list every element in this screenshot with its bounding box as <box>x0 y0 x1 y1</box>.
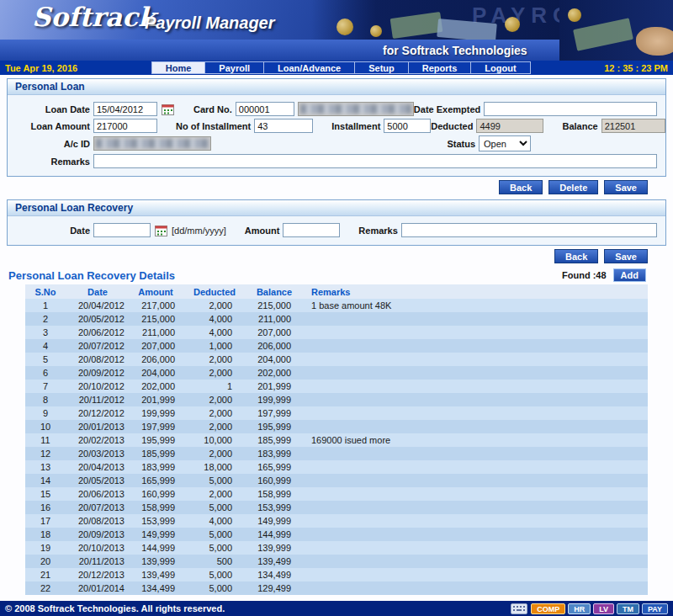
cell-deducted: 1 <box>182 380 247 393</box>
cell-sno: 11 <box>25 433 66 447</box>
no-of-installment-label: No of Installment <box>176 121 251 131</box>
cell-date: 20/05/2012 <box>66 312 130 326</box>
cell-amount: 158,999 <box>130 501 182 514</box>
date-exempted-input[interactable] <box>484 102 657 116</box>
module-hr-button[interactable]: HR <box>568 603 591 614</box>
nav-item-loan-advance[interactable]: Loan/Advance <box>263 61 354 74</box>
module-tm-button[interactable]: TM <box>617 603 639 614</box>
cell-date: 20/11/2012 <box>66 393 130 406</box>
cell-deducted: 500 <box>182 555 247 568</box>
add-button[interactable]: Add <box>613 268 646 282</box>
app-banner: PAYROLL Softrack Payroll Manager for Sof… <box>0 0 673 61</box>
footer: © 2008 Softrack Technologies. All rights… <box>0 601 673 616</box>
column-header-sno: S.No <box>25 284 66 299</box>
recovery-save-button[interactable]: Save <box>604 249 648 263</box>
cell-sno: 18 <box>25 528 66 541</box>
recovery-amount-label: Amount <box>245 226 280 236</box>
cell-sno: 13 <box>25 460 66 474</box>
calendar-icon[interactable] <box>154 223 168 237</box>
cell-balance: 129,499 <box>247 581 301 595</box>
loan-date-label: Loan Date <box>16 104 90 114</box>
cell-remarks: 1 base amount 48K <box>301 299 648 312</box>
cell-amount: 202,000 <box>130 380 182 393</box>
recovery-details-header: Personal Loan Recovery Details Found :48… <box>8 268 665 282</box>
cell-balance: 197,999 <box>247 406 301 420</box>
column-header-remarks: Remarks <box>301 284 648 299</box>
cell-remarks <box>301 581 648 595</box>
cell-date: 20/07/2012 <box>66 339 130 353</box>
table-row: 1720/08/2013153,9994,000149,999 <box>25 514 648 528</box>
main-content: Personal Loan Loan Date Card No. Date E <box>0 75 673 601</box>
back-button[interactable]: Back <box>499 180 543 194</box>
cell-balance: 134,499 <box>247 568 301 581</box>
cell-sno: 8 <box>25 393 66 406</box>
nav-item-setup[interactable]: Setup <box>354 61 408 74</box>
calendar-icon[interactable] <box>161 102 175 116</box>
table-row: 1120/02/2013195,99910,000185,999169000 i… <box>25 433 648 447</box>
recovery-back-button[interactable]: Back <box>554 249 598 263</box>
cell-remarks <box>301 339 648 353</box>
cell-date: 20/07/2013 <box>66 501 130 514</box>
nav-item-home[interactable]: Home <box>151 61 205 74</box>
cell-amount: 134,499 <box>130 581 182 595</box>
table-row: 1020/01/2013197,9992,000195,999 <box>25 420 648 433</box>
loan-recovery-section-header: Personal Loan Recovery <box>8 200 665 216</box>
cell-deducted: 5,000 <box>182 501 247 514</box>
cell-deducted: 5,000 <box>182 541 247 555</box>
keyboard-icon[interactable] <box>511 603 527 614</box>
cell-amount: 206,000 <box>130 353 182 366</box>
cell-sno: 12 <box>25 447 66 460</box>
delete-button[interactable]: Delete <box>548 180 598 194</box>
module-pay-button[interactable]: PAY <box>642 603 668 614</box>
personal-loan-form: Loan Date Card No. Date Exempted <box>8 95 665 176</box>
cell-deducted: 2,000 <box>182 393 247 406</box>
recovery-remarks-input[interactable] <box>401 223 657 237</box>
cell-balance: 158,999 <box>247 487 301 501</box>
loan-date-input[interactable] <box>93 102 157 116</box>
app-logo: Softrack <box>32 2 156 32</box>
cell-remarks <box>301 514 648 528</box>
cell-amount: 165,999 <box>130 474 182 487</box>
nav-item-payroll[interactable]: Payroll <box>204 61 263 74</box>
no-of-installment-input[interactable] <box>254 119 313 133</box>
cell-amount: 217,000 <box>130 299 182 312</box>
loan-recovery-actions: Back Save <box>7 249 666 263</box>
cell-remarks <box>301 326 648 339</box>
loan-amount-input[interactable] <box>93 119 157 133</box>
cell-amount: 185,999 <box>130 447 182 460</box>
table-row: 820/11/2012201,9992,000199,999 <box>25 393 648 406</box>
module-lv-button[interactable]: LV <box>593 603 614 614</box>
installment-input[interactable] <box>384 119 431 133</box>
table-row: 1920/10/2013144,9995,000139,999 <box>25 541 648 555</box>
footer-right: COMPHRLVTMPAY <box>511 603 668 614</box>
nav-menu: Home Payroll Loan/Advance Setup Reports … <box>151 61 531 74</box>
nav-item-reports[interactable]: Reports <box>408 61 471 74</box>
module-comp-button[interactable]: COMP <box>531 603 565 614</box>
top-navbar: Tue Apr 19, 2016 Home Payroll Loan/Advan… <box>0 61 673 75</box>
save-button[interactable]: Save <box>604 180 648 194</box>
cell-sno: 20 <box>25 555 66 568</box>
cell-remarks <box>301 393 648 406</box>
table-row: 620/09/2012204,0002,000202,000 <box>25 366 648 380</box>
cell-deducted: 5,000 <box>182 568 247 581</box>
card-no-input[interactable] <box>236 102 294 116</box>
navbar-time: 12 : 35 : 23 PM <box>604 63 668 73</box>
nav-item-logout[interactable]: Logout <box>470 61 530 74</box>
cell-deducted: 2,000 <box>182 353 247 366</box>
cell-sno: 21 <box>25 568 66 581</box>
recovery-date-input[interactable] <box>93 223 151 237</box>
table-row: 1620/07/2013158,9995,000153,999 <box>25 501 648 514</box>
cell-deducted: 5,000 <box>182 581 247 595</box>
balance-field <box>601 119 665 133</box>
remarks-input[interactable] <box>93 154 657 168</box>
cell-sno: 22 <box>25 581 66 595</box>
table-row: 1220/03/2013185,9992,000183,999 <box>25 447 648 460</box>
cell-balance: 207,000 <box>247 326 301 339</box>
cell-date: 20/09/2013 <box>66 528 130 541</box>
card-no-label: Card No. <box>193 104 232 114</box>
status-select[interactable]: Open <box>479 135 531 151</box>
cell-balance: 149,999 <box>247 514 301 528</box>
recovery-table-body: 120/04/2012217,0002,000215,0001 base amo… <box>25 299 648 595</box>
recovery-amount-input[interactable] <box>283 223 340 237</box>
cell-remarks: 169000 isued more <box>301 433 648 447</box>
